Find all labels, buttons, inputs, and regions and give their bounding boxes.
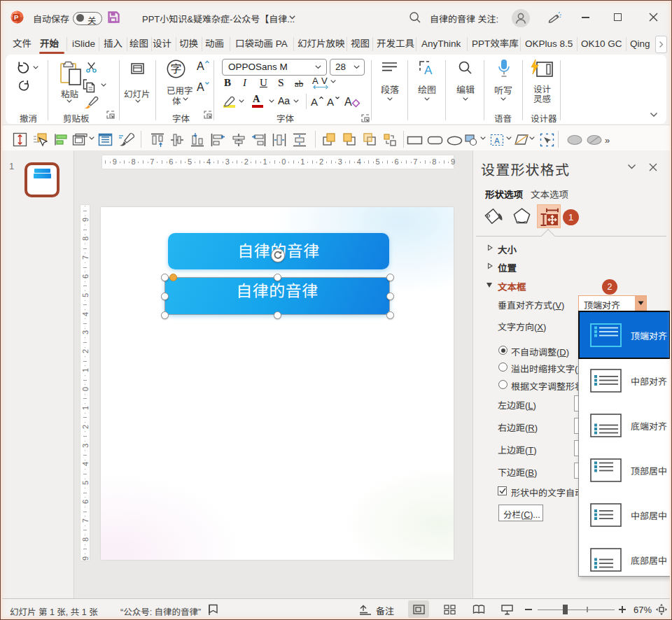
svg-text:A: A: [327, 96, 334, 108]
svg-text:A: A: [312, 76, 318, 86]
svg-text:V: V: [321, 76, 328, 86]
svg-text:A: A: [197, 81, 204, 93]
svg-text:A: A: [494, 136, 500, 145]
svg-text:P: P: [14, 13, 19, 21]
svg-text:A: A: [424, 64, 433, 76]
svg-text:字: 字: [170, 59, 181, 76]
svg-text:A: A: [197, 60, 204, 72]
svg-text:A: A: [344, 96, 352, 108]
svg-text:A: A: [311, 96, 318, 108]
